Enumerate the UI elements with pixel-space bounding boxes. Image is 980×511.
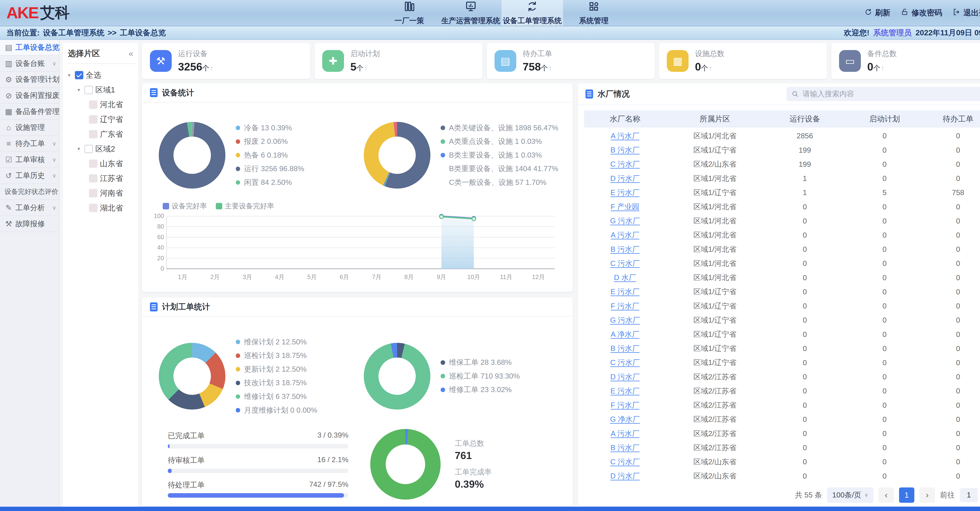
sidebar-item-5[interactable]: ▦备品备件管理 xyxy=(0,104,59,120)
plant-link[interactable]: A 污水厂 xyxy=(611,231,640,239)
nav-tab-4[interactable]: 系统管理 xyxy=(563,0,625,26)
column-header-5[interactable]: 待办工单 xyxy=(923,113,980,124)
tree-node-group-2[interactable]: ▾区域2 xyxy=(66,142,135,156)
tree-node-leaf-2-4[interactable]: 湖北省 xyxy=(66,201,135,215)
current-user-link[interactable]: 系统管理员 xyxy=(873,27,912,38)
plant-link[interactable]: B 污水厂 xyxy=(611,146,640,154)
checkbox-disabled[interactable] xyxy=(89,130,97,138)
column-header-3[interactable]: 运行设备 xyxy=(764,113,846,124)
plant-link[interactable]: E 污水厂 xyxy=(611,387,640,395)
sidebar-item-9[interactable]: ↺工单历史∨ xyxy=(0,168,59,184)
plant-link[interactable]: D 污水厂 xyxy=(610,174,640,182)
checkbox-unchecked[interactable] xyxy=(84,86,93,94)
prev-page-button[interactable]: ‹ xyxy=(878,487,894,503)
collapse-icon[interactable]: « xyxy=(129,49,133,58)
sidebar-item-11[interactable]: ✎工单分析∨ xyxy=(0,200,59,216)
plant-link[interactable]: A 净水厂 xyxy=(611,330,640,338)
plant-link[interactable]: F 污水厂 xyxy=(611,302,640,310)
sidebar-item-8[interactable]: ☑工单审核∨ xyxy=(0,152,59,168)
legend-item-3[interactable]: 维修工单 23 3.02% xyxy=(441,385,520,394)
line-legend-item-2[interactable]: 主要设备完好率 xyxy=(216,201,274,211)
legend-item-5[interactable]: 闲置 84 2.50% xyxy=(236,177,304,187)
search-input[interactable] xyxy=(803,90,980,98)
plant-link[interactable]: C 污水厂 xyxy=(610,259,640,267)
checkbox-disabled[interactable] xyxy=(89,101,97,109)
tree-node-leaf-1-3[interactable]: 广东省 xyxy=(66,127,135,142)
plant-link[interactable]: D 污水厂 xyxy=(610,472,640,480)
plant-link[interactable]: E 污水厂 xyxy=(611,188,640,196)
plant-link[interactable]: C 污水厂 xyxy=(610,160,640,168)
plant-link[interactable]: C 污水厂 xyxy=(610,458,640,466)
line-legend-item-1[interactable]: 设备完好率 xyxy=(163,201,207,211)
legend-item-5[interactable]: 维修计划 6 37.50% xyxy=(236,392,317,401)
plant-link[interactable]: B 污水厂 xyxy=(611,444,640,452)
header-action-3[interactable]: 退出登录 xyxy=(953,8,980,18)
tree-node-leaf-1-1[interactable]: 河北省 xyxy=(66,97,135,112)
legend-item-3[interactable]: 更新计划 2 12.50% xyxy=(236,364,317,374)
page-1-button[interactable]: 1 xyxy=(899,487,914,503)
plant-link[interactable]: B 污水厂 xyxy=(611,344,640,353)
sidebar-item-12[interactable]: ⚒故障报修 xyxy=(0,216,59,232)
tree-expand-icon[interactable]: ▾ xyxy=(76,87,82,93)
legend-item-1[interactable]: 维保计划 2 12.50% xyxy=(236,337,317,347)
sidebar-item-6[interactable]: ⌂设施管理 xyxy=(0,120,59,136)
legend-item-1[interactable]: 冷备 13 0.39% xyxy=(236,123,304,133)
tree-node-leaf-2-3[interactable]: 河南省 xyxy=(66,186,135,201)
next-page-button[interactable]: › xyxy=(920,487,935,503)
goto-page-input[interactable]: 1 xyxy=(960,488,978,502)
tree-node-leaf-2-1[interactable]: 山东省 xyxy=(66,156,135,171)
checkbox-disabled[interactable] xyxy=(89,174,97,182)
plant-link[interactable]: B 污水厂 xyxy=(611,245,640,253)
header-action-2[interactable]: 修改密码 xyxy=(900,8,942,18)
plant-link[interactable]: E 污水厂 xyxy=(611,287,640,296)
checkbox-disabled[interactable] xyxy=(89,160,97,168)
sidebar-item-7[interactable]: ≡待办工单∨ xyxy=(0,136,59,152)
column-header-1[interactable]: 水厂名称 xyxy=(584,113,666,124)
checkbox-unchecked[interactable] xyxy=(84,145,93,153)
legend-item-3[interactable]: B类主要设备、设施 1 0.03% xyxy=(441,150,558,160)
legend-item-5[interactable]: C类一般设备、设施 57 1.70% xyxy=(441,177,558,187)
header-action-1[interactable]: 刷新 xyxy=(864,8,891,18)
sidebar-item-2[interactable]: ▥设备台账∨ xyxy=(0,56,59,72)
checkbox-disabled[interactable] xyxy=(89,204,97,212)
legend-item-4[interactable]: 技改计划 3 18.75% xyxy=(236,378,317,388)
legend-item-1[interactable]: 维保工单 28 3.68% xyxy=(441,358,520,367)
checkbox-checked[interactable] xyxy=(75,71,83,79)
legend-item-4[interactable]: B类重要设备、设施 1404 41.77% xyxy=(441,164,558,174)
plant-link[interactable]: G 污水厂 xyxy=(610,217,640,225)
plant-link[interactable]: G 污水厂 xyxy=(610,316,640,324)
plant-link[interactable]: C 污水厂 xyxy=(610,358,640,367)
tree-node-all[interactable]: ▾全选 xyxy=(66,68,135,83)
nav-tab-2[interactable]: 生产运营管理系统 xyxy=(440,0,501,26)
sidebar-item-3[interactable]: ⚙设备管理计划∨ xyxy=(0,72,59,88)
plant-link[interactable]: F 污水厂 xyxy=(611,401,640,409)
column-header-2[interactable]: 所属片区 xyxy=(666,113,764,124)
checkbox-disabled[interactable] xyxy=(89,189,97,197)
plant-link[interactable]: A 污水厂 xyxy=(611,430,640,438)
legend-item-3[interactable]: 热备 6 0.18% xyxy=(236,150,304,160)
plant-link[interactable]: D 污水厂 xyxy=(610,373,640,381)
plant-link[interactable]: G 净水厂 xyxy=(610,415,640,423)
tree-expand-icon[interactable]: ▾ xyxy=(76,146,82,152)
checkbox-disabled[interactable] xyxy=(89,115,97,123)
legend-item-2[interactable]: 巡检计划 3 18.75% xyxy=(236,351,317,361)
plant-link[interactable]: D 水厂 xyxy=(614,273,636,282)
nav-tab-1[interactable]: 一厂一策 xyxy=(379,0,440,26)
legend-item-2[interactable]: 巡检工单 710 93.30% xyxy=(441,371,520,381)
legend-item-1[interactable]: A类关键设备、设施 1898 56.47% xyxy=(441,123,558,133)
tree-node-leaf-1-2[interactable]: 辽宁省 xyxy=(66,112,135,127)
sidebar-item-10[interactable]: 设备完好状态评价 xyxy=(0,184,59,200)
legend-item-2[interactable]: A类重点设备、设施 1 0.03% xyxy=(441,137,558,146)
plant-link[interactable]: F 产业园 xyxy=(611,203,640,211)
sidebar-item-4[interactable]: ⊘设备闲置报废∨ xyxy=(0,88,59,104)
legend-item-6[interactable]: 月度维修计划 0 0.00% xyxy=(236,406,317,415)
nav-tab-3[interactable]: 设备工单管理系统 xyxy=(501,0,563,26)
legend-item-4[interactable]: 运行 3256 96.88% xyxy=(236,164,304,174)
plant-link[interactable]: A 污水厂 xyxy=(611,132,640,140)
tree-node-leaf-2-2[interactable]: 江苏省 xyxy=(66,171,135,186)
tree-node-group-1[interactable]: ▾区域1 xyxy=(66,83,135,97)
tree-expand-icon[interactable]: ▾ xyxy=(66,72,73,78)
column-header-4[interactable]: 启动计划 xyxy=(846,113,923,124)
sidebar-item-1[interactable]: ▤工单设备总览 xyxy=(0,40,59,56)
page-size-select[interactable]: 100条/页 ∨ xyxy=(827,487,873,503)
